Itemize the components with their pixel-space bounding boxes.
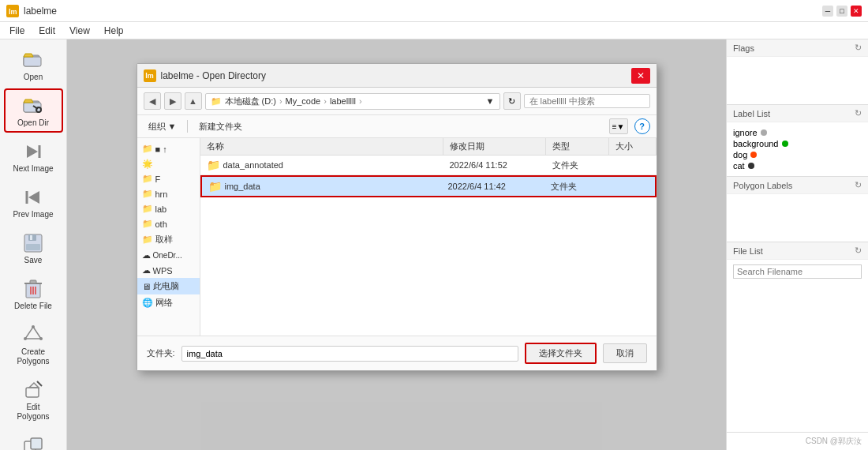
nav-up-button[interactable]: ▲ [185,92,202,110]
sidebar-btn-delete-file[interactable]: Delete File [4,272,63,316]
svg-text:lm: lm [9,8,17,16]
prev-image-icon [21,185,46,210]
svg-marker-24 [25,327,41,339]
tree-item-up[interactable]: 📁 ■ ↑ [137,141,200,156]
tree-item-f[interactable]: 📁 F [137,171,200,186]
col-modified[interactable]: 修改日期 [443,138,546,155]
tree-item-lab[interactable]: 📁 lab [137,201,200,216]
tree-item-network[interactable]: 🌐 网络 [137,294,200,311]
label-item-cat: cat [733,160,862,171]
tree-item-wps[interactable]: ☁ WPS [137,263,200,278]
nav-bar: ◀ ▶ ▲ 📁 本地磁盘 (D:) › My_code › labelllll … [137,88,657,115]
maximize-btn[interactable]: □ [836,6,847,17]
footer-label: 文件夹: [147,347,175,359]
tree-item-thispc[interactable]: 🖥 此电脑 [137,278,200,294]
select-folder-button[interactable]: 选择文件夹 [525,343,597,364]
nav-search-input[interactable] [524,94,650,108]
app-icon: lm [6,5,19,17]
watermark: CSDN @郭庆汝 [727,433,868,450]
svg-marker-4 [24,54,33,57]
svg-rect-28 [26,388,39,397]
file-list: 名称 修改日期 类型 大小 📁 data_annotated 2022/6/4 … [200,138,657,336]
flags-title: Flags [733,43,754,53]
menu-edit[interactable]: Edit [32,24,62,38]
sidebar-btn-create-polygons[interactable]: Create Polygons [4,317,63,371]
sidebar-btn-prev-image[interactable]: Prev Image [4,180,63,224]
svg-rect-17 [30,235,32,240]
help-button[interactable]: ? [634,118,650,134]
folder-tree: 📁 ■ ↑ 🌟 📁 F 📁 hrn [137,138,200,336]
flags-refresh-icon[interactable]: ↻ [855,43,862,53]
file-row-data-annotated[interactable]: 📁 data_annotated 2022/6/4 11:52 文件夹 [200,156,657,175]
menu-view[interactable]: View [63,24,96,38]
sidebar-btn-save[interactable]: Save [4,226,63,270]
dialog-close-button[interactable]: ✕ [631,68,650,84]
tree-item-qy[interactable]: 📁 取样 [137,231,200,248]
sidebar-btn-duplicate-polygons[interactable]: Duplicate Polygons [4,428,63,450]
svg-rect-32 [31,438,42,449]
col-type[interactable]: 类型 [546,138,609,155]
polygon-labels-content [727,194,868,242]
open-dir-label: Open Dir [17,118,49,128]
organize-button[interactable]: 组织 ▼ [144,119,181,134]
svg-rect-3 [24,57,41,66]
file-size-data-annotated [609,162,657,168]
col-name[interactable]: 名称 [200,138,443,155]
col-size[interactable]: 大小 [609,138,657,155]
file-row-img-data[interactable]: 📁 img_data 2022/6/4 11:42 文件夹 [200,175,657,197]
svg-rect-20 [30,280,36,283]
label-list-header: Label List ↻ [727,105,868,122]
dialog-footer: 文件夹: 选择文件夹 取消 [137,336,657,370]
file-modified-img-data: 2022/6/4 11:42 [442,178,544,194]
dialog-app-icon: lm [144,69,156,82]
polygon-labels-title: Polygon Labels [733,181,792,190]
label-ignore-dot [761,129,767,136]
next-image-icon [21,139,46,164]
file-search-input[interactable] [733,264,862,279]
path-part-1: 本地磁盘 (D:) [225,96,276,107]
tree-item-oth[interactable]: 📁 oth [137,216,200,231]
nav-refresh-button[interactable]: ↻ [503,92,521,110]
label-dog-text: dog [733,150,747,159]
file-list-refresh-icon[interactable]: ↻ [855,246,862,256]
path-root-icon: 📁 [211,96,222,107]
file-name-img-data: 📁 img_data [202,177,442,196]
path-sep-2: › [324,96,327,106]
canvas-area: lm labelme - Open Directory ✕ ◀ ▶ ▲ 📁 本地… [67,39,726,450]
path-part-2: My_code [286,96,321,106]
tree-item-star[interactable]: 🌟 [137,156,200,171]
sidebar-btn-open-dir[interactable]: Open Dir [4,88,63,133]
folder-icon-data-annotated: 📁 [207,159,220,171]
tree-item-hrn[interactable]: 📁 hrn [137,186,200,201]
duplicate-polygons-icon [21,433,46,450]
cancel-button[interactable]: 取消 [603,343,647,363]
nav-back-button[interactable]: ◀ [144,92,161,110]
path-dropdown-icon[interactable]: ▼ [486,96,495,106]
sidebar-btn-edit-polygons[interactable]: Edit Polygons [4,373,63,426]
view-toggle-button[interactable]: ≡▼ [609,118,628,134]
nav-forward-button[interactable]: ▶ [164,92,181,110]
label-ignore-text: ignore [733,128,758,137]
delete-file-icon [21,276,46,302]
tree-item-onedrive[interactable]: ☁ OneDr... [137,248,200,263]
file-type-data-annotated: 文件夹 [546,156,609,174]
app-title: labelme [24,6,57,17]
path-sep-1: › [279,96,282,106]
svg-marker-10 [27,145,38,158]
minimize-btn[interactable]: ─ [822,6,833,17]
label-list-refresh-icon[interactable]: ↻ [855,108,862,118]
sidebar-btn-open[interactable]: Open [4,43,63,87]
folder-name-input[interactable] [181,346,518,362]
tree-item-icon-up: 📁 [142,144,153,154]
flags-section: Flags ↻ [727,39,868,105]
sidebar-btn-next-image[interactable]: Next Image [4,134,63,178]
svg-marker-12 [28,191,39,204]
tree-item-icon-wps: ☁ [142,265,151,276]
new-folder-button[interactable]: 新建文件夹 [194,119,247,134]
polygon-labels-refresh-icon[interactable]: ↻ [855,180,862,190]
close-btn[interactable]: ✕ [851,6,862,17]
file-list-content [727,260,868,307]
label-cat-dot [748,163,754,169]
menu-file[interactable]: File [3,24,31,38]
menu-help[interactable]: Help [98,24,130,38]
